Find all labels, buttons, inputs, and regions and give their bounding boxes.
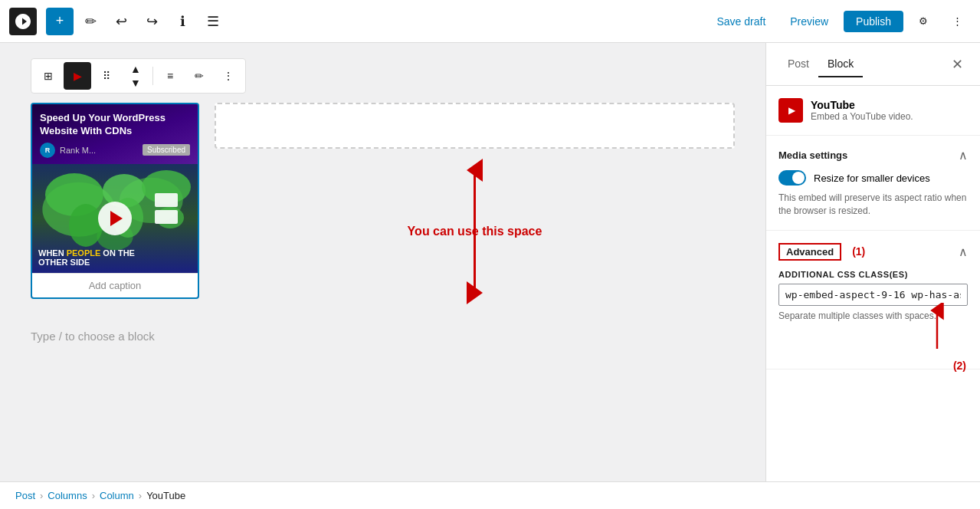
yt-overlay-highlight: PEOPLE <box>67 248 101 258</box>
advanced-collapse[interactable]: ∧ <box>959 245 968 259</box>
toolbar-edit-button[interactable]: ✏ <box>185 62 213 90</box>
breadcrumb-column[interactable]: Column <box>100 490 134 501</box>
yt-map-area: WHEN PEOPLE ON THE OTHER SIDE <box>32 164 198 273</box>
media-settings-collapse[interactable]: ∧ <box>959 148 968 163</box>
preview-button[interactable]: Preview <box>781 11 837 32</box>
yt-sidebar-icon <box>778 98 803 123</box>
resize-note: This embed will preserve its aspect rati… <box>778 192 968 218</box>
add-block-button[interactable]: + <box>46 8 74 35</box>
toolbar-align-button[interactable]: ≡ <box>156 62 184 90</box>
yt-caption[interactable]: Add caption <box>32 273 198 297</box>
yt-text-overlay: WHEN PEOPLE ON THE OTHER SIDE <box>38 248 192 267</box>
advanced-header: Advanced (1) ∧ <box>778 243 968 261</box>
sidebar-media-settings: Media settings ∧ Resize for smaller devi… <box>766 136 980 231</box>
redo-button[interactable]: ↪ <box>138 8 166 35</box>
resize-label: Resize for smaller devices <box>814 172 930 184</box>
toolbar-more-button[interactable]: ⋮ <box>215 62 242 90</box>
breadcrumb-sep-2: › <box>92 490 95 501</box>
empty-embed-area <box>215 103 735 149</box>
yt-overlay-line1: WHEN PEOPLE ON THE <box>38 248 135 258</box>
yt-channel-row: R Rank M... Subscribed <box>32 143 198 164</box>
breadcrumb-columns[interactable]: Columns <box>48 490 87 501</box>
wp-logo <box>9 8 37 35</box>
type-to-choose-placeholder[interactable]: Type / to choose a block <box>31 323 735 349</box>
yt-avatar: R <box>40 143 55 158</box>
close-sidebar-button[interactable]: ✕ <box>946 54 968 75</box>
undo-button[interactable]: ↩ <box>107 8 135 35</box>
anno2-arrow-svg <box>899 303 960 356</box>
resize-toggle-row: Resize for smaller devices <box>778 170 968 186</box>
more-options-button[interactable]: ⋮ <box>943 8 971 35</box>
save-draft-button[interactable]: Save draft <box>707 11 775 32</box>
advanced-annotation-2: (2) <box>953 360 966 372</box>
yt-block-desc: Embed a YouTube video. <box>811 111 913 122</box>
yt-channel-name: Rank M... <box>60 146 96 155</box>
list-view-button[interactable]: ☰ <box>199 8 227 35</box>
toolbar-divider <box>152 67 153 85</box>
yt-info-row: YouTube Embed a YouTube video. <box>778 98 968 123</box>
anno2-area: Separate multiple classes with spaces. (… <box>778 310 968 356</box>
topbar-right: Save draft Preview Publish ⚙ ⋮ <box>707 8 971 35</box>
breadcrumb-youtube[interactable]: YouTube <box>146 490 185 501</box>
yt-subscribed-badge: Subscribed <box>143 144 190 156</box>
media-settings-header[interactable]: Media settings ∧ <box>778 148 968 163</box>
edit-button[interactable]: ✏ <box>77 8 104 35</box>
sidebar-yt-info: YouTube Embed a YouTube video. <box>766 86 980 136</box>
toolbar-columns-icon[interactable]: ⊞ <box>34 62 62 90</box>
annotation-area: You can use this space <box>215 155 735 308</box>
tab-post[interactable]: Post <box>778 51 818 77</box>
sidebar-tabs: Post Block ✕ <box>766 43 980 86</box>
toolbar-youtube-icon[interactable]: ▶ <box>64 62 91 90</box>
breadcrumb-post[interactable]: Post <box>15 490 35 501</box>
svg-point-1 <box>69 204 103 247</box>
youtube-block: Speed Up Your WordPress Website With CDN… <box>31 103 199 299</box>
content-row: Speed Up Your WordPress Website With CDN… <box>31 103 735 308</box>
toolbar-move-up[interactable]: ▲ <box>122 62 149 76</box>
right-column: You can use this space <box>215 103 735 308</box>
toolbar-drag-handle[interactable]: ⠿ <box>93 62 120 90</box>
advanced-title-row: Advanced (1) <box>778 243 865 261</box>
tab-block[interactable]: Block <box>818 51 863 77</box>
css-class-label: ADDITIONAL CSS CLASS(ES) <box>778 270 968 279</box>
yt-thumbnail: Speed Up Your WordPress Website With CDN… <box>32 104 198 273</box>
breadcrumb: Post › Columns › Column › YouTube <box>0 481 980 509</box>
settings-button[interactable]: ⚙ <box>910 8 937 35</box>
breadcrumb-sep-1: › <box>40 490 43 501</box>
toolbar-move-down[interactable]: ▼ <box>122 76 149 90</box>
info-button[interactable]: ℹ <box>169 8 196 35</box>
yt-info-text: YouTube Embed a YouTube video. <box>811 99 913 122</box>
block-toolbar: ⊞ ▶ ⠿ ▲ ▼ ≡ ✏ ⋮ <box>31 58 246 94</box>
topbar: + ✏ ↩ ↪ ℹ ☰ Save draft Preview Publish ⚙… <box>0 0 980 43</box>
yt-block-name: YouTube <box>811 99 913 111</box>
breadcrumb-sep-3: › <box>139 490 142 501</box>
advanced-label[interactable]: Advanced <box>778 243 841 261</box>
sidebar-advanced: Advanced (1) ∧ ADDITIONAL CSS CLASS(ES) … <box>766 231 980 369</box>
yt-title: Speed Up Your WordPress Website With CDN… <box>32 104 198 143</box>
main-layout: ⊞ ▶ ⠿ ▲ ▼ ≡ ✏ ⋮ Speed Up Your WordPress … <box>0 43 980 481</box>
svg-rect-6 <box>155 193 178 207</box>
yt-overlay-line2: OTHER SIDE <box>38 258 90 267</box>
publish-button[interactable]: Publish <box>844 11 903 32</box>
yt-play-button[interactable] <box>98 202 132 235</box>
advanced-annotation-1: (1) <box>852 245 865 258</box>
media-settings-title: Media settings <box>778 149 847 161</box>
editor-area: ⊞ ▶ ⠿ ▲ ▼ ≡ ✏ ⋮ Speed Up Your WordPress … <box>0 43 765 481</box>
annotation-text: You can use this space <box>408 225 542 238</box>
sidebar: Post Block ✕ YouTube Embed a YouTube vid… <box>765 43 980 481</box>
resize-toggle[interactable] <box>778 170 806 186</box>
svg-rect-7 <box>155 210 178 224</box>
